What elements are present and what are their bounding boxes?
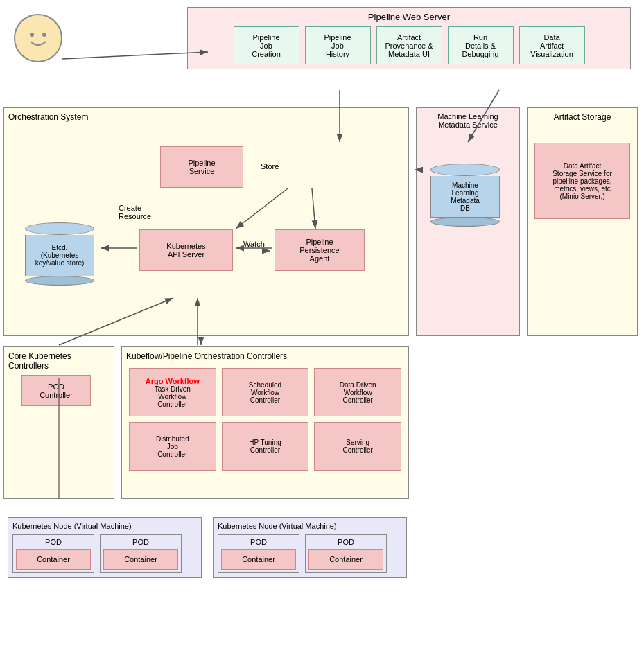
k8s-node-2: Kubernetes Node (Virtual Machine) POD Co… <box>213 517 407 578</box>
ml-metadata-service: Machine LearningMetadata Service Machine… <box>416 107 520 336</box>
etcd-label: Etcd.(Kuberneteskey/value store) <box>25 235 94 276</box>
argo-workflow-controller: Argo Workflow Task DrivenWorkflowControl… <box>129 368 216 416</box>
pod-1-2-title: POD <box>103 538 178 546</box>
container-2-2: Container <box>308 549 383 570</box>
pod-2-2-title: POD <box>308 538 383 546</box>
pipeline-service-box: PipelineService <box>160 146 243 188</box>
pws-box-artifact-provenance: ArtifactProvenance &Metadata UI <box>376 26 442 64</box>
hp-tuning-controller: HP TuningController <box>222 422 309 471</box>
argo-sub-label: Task DrivenWorkflowController <box>146 385 200 408</box>
artifact-storage: Artifact Storage Data ArtifactStorage Se… <box>527 107 638 336</box>
svg-point-1 <box>42 33 46 37</box>
kubeflow-title: Kubeflow/Pipeline Orchestration Controll… <box>126 351 404 361</box>
pod-2-1-title: POD <box>221 538 296 546</box>
kubeflow-controllers: Kubeflow/Pipeline Orchestration Controll… <box>121 346 409 499</box>
cylinder-top <box>25 222 94 235</box>
pipeline-web-server: Pipeline Web Server PipelineJobCreation … <box>187 7 631 69</box>
pws-box-job-history: PipelineJobHistory <box>305 26 371 64</box>
ml-cylinder-bottom <box>430 217 500 227</box>
argo-label: Argo Workflow <box>146 377 200 385</box>
svg-point-0 <box>30 33 34 37</box>
pod-2-2: POD Container <box>305 534 387 573</box>
core-k8s-title: Core KubernetesControllers <box>8 351 110 371</box>
user-person <box>14 14 62 62</box>
pws-box-data-artifact: DataArtifactVisualization <box>519 26 585 64</box>
ml-cylinder-top <box>430 164 500 176</box>
container-2-1: Container <box>221 549 296 570</box>
controllers-grid: Argo Workflow Task DrivenWorkflowControl… <box>126 365 404 473</box>
pws-box-run-details: RunDetails &Debugging <box>448 26 514 64</box>
artifact-storage-box: Data ArtifactStorage Service forpipellin… <box>534 143 630 219</box>
k8s-nodes-area: Kubernetes Node (Virtual Machine) POD Co… <box>3 513 641 582</box>
k8s-api-box: KubernetesAPI Server <box>139 229 233 271</box>
artifact-storage-title: Artifact Storage <box>532 112 633 122</box>
scheduled-workflow-controller: ScheduledWorkflowController <box>222 368 309 416</box>
core-k8s-controllers: Core KubernetesControllers PODController <box>3 346 114 499</box>
orchestration-system: Orchestration System PipelineService Kub… <box>3 107 409 336</box>
create-resource-label: CreateResource <box>119 204 151 220</box>
node-1-pods: POD Container POD Container <box>12 534 197 573</box>
pod-1-1: POD Container <box>12 534 94 573</box>
cylinder-bottom <box>25 276 94 286</box>
person-circle <box>14 14 62 62</box>
pws-box-job-creation: PipelineJobCreation <box>234 26 299 64</box>
ml-db-label: MachineLearningMetadataDB <box>430 176 500 218</box>
k8s-node-1: Kubernetes Node (Virtual Machine) POD Co… <box>8 517 202 578</box>
k8s-node-2-title: Kubernetes Node (Virtual Machine) <box>218 522 402 530</box>
store-label: Store <box>261 162 279 170</box>
pod-1-1-title: POD <box>16 538 91 546</box>
ml-db-cylinder: MachineLearningMetadataDB <box>430 164 500 227</box>
pipeline-agent-box: PipelinePersistenceAgent <box>275 229 365 271</box>
node-2-pods: POD Container POD Container <box>218 534 402 573</box>
serving-controller: ServingController <box>314 422 401 471</box>
pod-1-2: POD Container <box>100 534 182 573</box>
ml-metadata-title: Machine LearningMetadata Service <box>421 112 515 129</box>
etcd-cylinder: Etcd.(Kuberneteskey/value store) <box>25 222 94 286</box>
etcd-area: Etcd.(Kuberneteskey/value store) <box>25 222 94 286</box>
k8s-node-1-title: Kubernetes Node (Virtual Machine) <box>12 522 197 530</box>
ml-db-area: MachineLearningMetadataDB <box>430 164 500 227</box>
pws-boxes: PipelineJobCreation PipelineJobHistory A… <box>192 26 626 64</box>
watch-label: Watch <box>243 240 265 248</box>
container-1-2: Container <box>103 549 178 570</box>
container-1-1: Container <box>16 549 91 570</box>
orchestration-title: Orchestration System <box>8 112 404 122</box>
pipeline-web-server-title: Pipeline Web Server <box>192 12 626 22</box>
distributed-job-controller: DistributedJobController <box>129 422 216 471</box>
svg-line-3 <box>62 52 208 59</box>
pod-controller-box: PODController <box>21 375 91 406</box>
data-driven-workflow-controller: Data DrivenWorkflowController <box>314 368 401 416</box>
pod-2-1: POD Container <box>218 534 299 573</box>
